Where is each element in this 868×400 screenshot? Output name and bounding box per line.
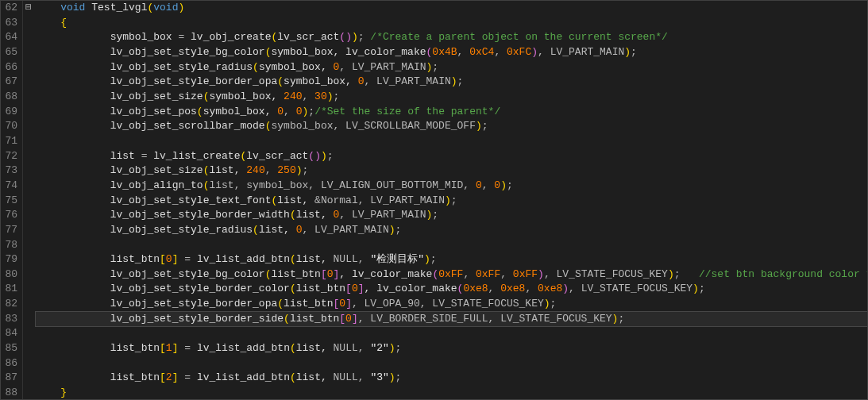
code-line[interactable]: lv_obj_set_size(symbol_box, 240, 30); [36, 90, 867, 105]
code-line[interactable]: list = lv_list_create(lv_scr_act()); [36, 149, 867, 164]
code-line[interactable] [36, 134, 867, 149]
code-line[interactable] [36, 356, 867, 371]
fold-slot[interactable] [23, 326, 34, 341]
fold-slot[interactable] [23, 60, 34, 75]
token-fn: lv_obj_set_style_border_side [110, 313, 284, 325]
fold-slot[interactable] [23, 163, 34, 179]
fold-slot[interactable] [23, 267, 34, 283]
token-p: ( [253, 224, 259, 236]
line-number: 88 [4, 386, 17, 400]
token-p: ) [352, 31, 358, 43]
code-line[interactable]: lv_obj_set_style_border_opa(list_btn[0],… [36, 297, 867, 312]
line-number: 82 [4, 297, 17, 312]
line-number: 70 [4, 119, 17, 134]
line-number: 78 [4, 238, 17, 253]
token-mac: NULL [334, 342, 358, 354]
token-mac: , LV_OPA_90, LV_STATE_FOCUS_KEY [352, 298, 544, 310]
code-line[interactable]: lv_obj_set_style_border_width(list, 0, L… [36, 208, 867, 223]
code-area[interactable]: void Test_lvgl(void) { symbol_box = lv_o… [34, 1, 867, 399]
fold-slot[interactable] [23, 90, 34, 105]
code-line[interactable]: lv_obj_set_style_text_font(list, &Normal… [36, 194, 867, 209]
code-line[interactable]: lv_obj_set_style_radius(list, 0, LV_PART… [36, 223, 867, 238]
fold-column[interactable]: ⊟ [23, 1, 34, 399]
code-line[interactable]: symbol_box = lv_obj_create(lv_scr_act())… [36, 30, 867, 45]
code-line[interactable]: lv_obj_set_style_bg_color(list_btn[0], l… [36, 267, 867, 283]
fold-slot[interactable] [23, 297, 34, 312]
token-id: symbol_box, [209, 90, 284, 102]
fold-slot[interactable] [23, 356, 34, 371]
code-line[interactable] [36, 238, 867, 253]
token-p2: ( [308, 150, 314, 162]
fold-slot[interactable] [23, 238, 34, 253]
fold-toggle-icon[interactable]: ⊟ [23, 1, 34, 16]
fold-slot[interactable] [23, 134, 34, 149]
code-line[interactable]: lv_obj_set_style_bg_color(symbol_box, lv… [36, 45, 867, 60]
token-num: 0 [358, 75, 365, 87]
token-fn: lv_scr_act [246, 150, 308, 162]
code-line[interactable]: lv_obj_set_style_border_color(list_btn[0… [36, 282, 867, 297]
token-num: 0 [494, 179, 500, 191]
code-line[interactable]: list_btn[1] = lv_list_add_btn(list, NULL… [36, 341, 867, 356]
fold-slot[interactable] [23, 194, 34, 209]
fold-slot[interactable] [23, 371, 34, 386]
token-p: ( [284, 313, 290, 325]
code-editor[interactable]: 6263646566676869707172737475767778798081… [0, 0, 868, 400]
token-p2: ) [562, 283, 569, 294]
code-line[interactable]: list_btn[2] = lv_list_add_btn(list, NULL… [36, 371, 867, 386]
code-line[interactable]: list_btn[0] = lv_list_add_btn(list, NULL… [36, 252, 867, 267]
code-line[interactable]: lv_obj_set_style_radius(symbol_box, 0, L… [36, 60, 867, 75]
token-id: list_btn [290, 313, 339, 325]
token-op: ; [303, 164, 309, 176]
code-line[interactable]: { [36, 16, 867, 31]
token-p: ( [290, 342, 296, 354]
token-kw: void [60, 2, 85, 13]
token-id: list, [296, 342, 334, 354]
token-op: ; [334, 90, 340, 102]
code-line[interactable]: lv_obj_set_style_border_side(list_btn[0]… [36, 312, 867, 327]
token-op: , [500, 268, 513, 280]
fold-slot[interactable] [23, 341, 34, 356]
token-op: ; [631, 46, 637, 58]
token-p: ( [277, 75, 284, 87]
token-op: , [303, 90, 315, 102]
code-line[interactable]: lv_obj_set_style_border_opa(symbol_box, … [36, 75, 867, 90]
code-line[interactable] [36, 326, 867, 341]
code-line[interactable]: void Test_lvgl(void) [36, 1, 867, 16]
fold-slot[interactable] [23, 105, 34, 120]
token-fn: lv_obj_set_style_border_width [110, 209, 290, 221]
code-line[interactable]: lv_obj_set_scrollbar_mode(symbol_box, LV… [36, 119, 867, 134]
fold-slot[interactable] [23, 282, 34, 297]
fold-slot[interactable] [23, 252, 34, 267]
token-p: } [60, 387, 67, 398]
token-id: list, [259, 224, 296, 236]
code-line[interactable]: lv_obj_align_to(list, symbol_box, LV_ALI… [36, 179, 867, 194]
token-op: , [358, 253, 371, 265]
fold-slot[interactable] [23, 149, 34, 164]
token-p: ( [290, 283, 296, 294]
fold-slot[interactable] [23, 119, 34, 134]
token-op: = [184, 253, 191, 265]
fold-slot[interactable] [23, 386, 34, 400]
code-line[interactable]: lv_obj_set_size(list, 240, 250); [36, 163, 867, 179]
token-p: ) [327, 90, 334, 102]
fold-slot[interactable] [23, 312, 34, 327]
token-id: symbol_box, [203, 106, 278, 117]
fold-slot[interactable] [23, 75, 34, 90]
fold-slot[interactable] [23, 208, 34, 223]
token-num: 0x4B [432, 46, 457, 58]
code-line[interactable]: } [36, 386, 867, 399]
token-mac: , LV_PART_MAIN [538, 46, 624, 58]
token-id: list_btn [271, 268, 320, 280]
fold-slot[interactable] [23, 223, 34, 238]
code-line[interactable]: lv_obj_set_pos(symbol_box, 0, 0);/*Set t… [36, 105, 867, 120]
fold-slot[interactable] [23, 179, 34, 194]
token-fn: lv_obj_set_style_text_font [110, 194, 272, 206]
token-fn: lv_obj_set_style_border_color [110, 283, 290, 294]
line-number: 64 [4, 30, 17, 45]
token-str: "检测目标" [370, 253, 424, 265]
fold-slot[interactable] [23, 45, 34, 60]
token-p2: ) [314, 150, 321, 162]
fold-slot[interactable] [23, 30, 34, 45]
fold-slot[interactable] [23, 16, 34, 31]
token-p: ) [500, 179, 507, 191]
